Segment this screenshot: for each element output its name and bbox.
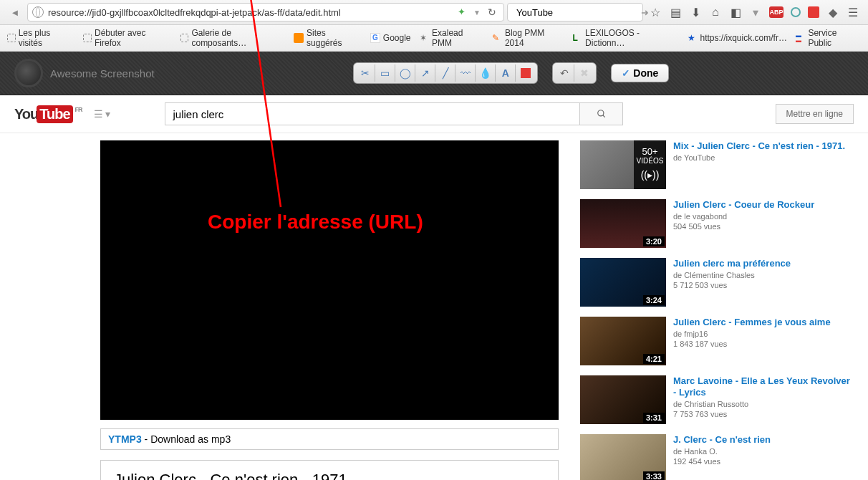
orange-icon xyxy=(294,33,304,43)
youtube-logo[interactable]: YouTubeFR xyxy=(14,105,82,123)
ytmp3-rest: - Download as mp3 xyxy=(142,433,231,445)
sidebar-icon[interactable]: ◧ xyxy=(729,6,742,19)
thumbnail: 4:21 xyxy=(580,317,666,365)
text-tool[interactable]: A xyxy=(496,64,516,82)
youtube-search-button[interactable] xyxy=(580,102,623,125)
reload-button[interactable]: ↻ xyxy=(485,6,499,18)
guide-menu-icon[interactable]: ☰ ▾ xyxy=(91,105,114,123)
sidebar: 50+VIDÉOS((▸))Mix - Julien Clerc - Ce n'… xyxy=(580,140,850,480)
upload-button[interactable]: Mettre en ligne xyxy=(776,104,854,124)
region-label: FR xyxy=(75,106,82,113)
bookmark-icon xyxy=(180,34,189,42)
bookmark-item[interactable]: Sites suggérés xyxy=(294,28,361,48)
as-tools: ✂ ▭ ◯ ↗ ╱ 〰 💧 A xyxy=(353,62,538,84)
video-info: Marc Lavoine - Elle a Les Yeux Revolver … xyxy=(673,375,850,424)
globe-icon xyxy=(32,6,44,18)
back-button[interactable]: ◄ xyxy=(6,4,24,21)
bookmark-label: Les plus visités xyxy=(19,28,75,48)
addon-icon: ✦ xyxy=(458,6,469,18)
bookmark-label: Blog PMM 2014 xyxy=(505,28,564,48)
url-text: resource://jid0-gxjllfbcoax0lcltedfrekqd… xyxy=(48,7,453,18)
annotation-text: Copier l'adresse (URL) xyxy=(208,211,423,234)
dropdown-icon[interactable]: ▼ xyxy=(473,9,481,16)
related-video[interactable]: 50+VIDÉOS((▸))Mix - Julien Clerc - Ce n'… xyxy=(580,140,850,189)
video-author: de YouTube xyxy=(673,153,845,162)
video-views: 5 712 503 vues xyxy=(673,281,791,289)
video-author: de Hanka O. xyxy=(673,447,771,456)
video-info: Julien Clerc - Femmes je vous aimede fmj… xyxy=(673,317,831,365)
star-icon: ★ xyxy=(688,33,698,43)
line-tool[interactable]: ╱ xyxy=(435,64,455,82)
related-video[interactable]: 3:31Marc Lavoine - Elle a Les Yeux Revol… xyxy=(580,375,850,424)
sp-icon: ▬▬ xyxy=(796,33,806,43)
ellipse-tool[interactable]: ◯ xyxy=(395,64,415,82)
crop-tool[interactable]: ✂ xyxy=(355,64,375,82)
related-video[interactable]: 3:33J. Clerc - Ce n'est riende Hanka O.1… xyxy=(580,434,850,480)
video-info: Mix - Julien Clerc - Ce n'est rien - 197… xyxy=(673,140,845,189)
screenshot-toolbar: Awesome Screenshot ✂ ▭ ◯ ↗ ╱ 〰 💧 A ↶ ✖ D… xyxy=(0,52,868,95)
bookmark-item[interactable]: Les plus visités xyxy=(7,28,74,48)
duration-badge: 3:31 xyxy=(643,413,665,423)
l-icon: L xyxy=(573,33,583,43)
ytmp3-brand: YTMP3 xyxy=(108,433,142,445)
thumbnail: 3:24 xyxy=(580,258,666,307)
related-video[interactable]: 3:24Julien clerc ma préférencede Clément… xyxy=(580,258,850,307)
bookmark-label: Exalead PMM xyxy=(432,28,483,48)
browser-search[interactable]: ➜ xyxy=(507,3,643,21)
video-views: 504 505 vues xyxy=(673,222,814,231)
camera-lens-icon xyxy=(14,59,43,87)
erase-button[interactable]: ✖ xyxy=(574,64,594,82)
lens-icon[interactable] xyxy=(791,7,801,17)
color-tool[interactable] xyxy=(516,64,536,82)
bookmark-list-icon[interactable]: ▤ xyxy=(669,6,682,19)
ytmp3-bar[interactable]: YTMP3 - Download as mp3 xyxy=(100,428,559,450)
bookmark-item[interactable]: Débuter avec Firefox xyxy=(83,28,171,48)
thumbnail: 3:31 xyxy=(580,375,666,424)
thumbnail: 3:20 xyxy=(580,199,666,248)
bookmark-item[interactable]: GGoogle xyxy=(370,33,411,43)
toolbar-icons: ☆ ▤ ⬇ ⌂ ◧ ▾ ABP ◆ ☰ xyxy=(646,6,862,19)
thumbnail: 3:33 xyxy=(580,434,666,480)
bookmark-item[interactable]: LLEXILOGOS - Dictionn… xyxy=(573,28,679,48)
main-column: Copier l'adresse (URL) YTMP3 - Download … xyxy=(100,140,559,480)
video-title: Mix - Julien Clerc - Ce n'est rien - 197… xyxy=(673,140,845,152)
free-tool[interactable]: 〰 xyxy=(455,64,476,82)
menu-icon[interactable]: ☰ xyxy=(847,6,859,19)
video-views: 7 753 763 vues xyxy=(673,410,850,418)
done-button[interactable]: Done xyxy=(611,64,669,82)
arrow-tool[interactable]: ↗ xyxy=(415,64,435,82)
search-input[interactable] xyxy=(516,7,637,18)
browser-toolbar: ◄ resource://jid0-gxjllfbcoax0lcltedfrek… xyxy=(0,0,868,25)
video-player[interactable]: Copier l'adresse (URL) xyxy=(100,140,559,420)
svg-point-0 xyxy=(598,110,604,116)
addon-a-icon[interactable]: ▾ xyxy=(749,6,762,19)
video-author: de fmjp16 xyxy=(673,330,831,338)
video-info: J. Clerc - Ce n'est riende Hanka O.192 4… xyxy=(673,434,771,480)
pencil-icon: ✎ xyxy=(492,33,502,43)
bookmark-item[interactable]: Galerie de composants… xyxy=(180,28,286,48)
youtube-header: YouTubeFR ☰ ▾ Mettre en ligne xyxy=(0,95,868,133)
home-icon[interactable]: ⌂ xyxy=(709,6,722,19)
download-icon[interactable]: ⬇ xyxy=(689,6,702,19)
undo-button[interactable]: ↶ xyxy=(554,64,574,82)
star-icon[interactable]: ☆ xyxy=(649,6,662,19)
video-author: de Clémentine Chasles xyxy=(673,271,791,279)
bookmark-item[interactable]: ★https://ixquick.com/fr… xyxy=(688,33,787,43)
bell-icon[interactable]: ◆ xyxy=(826,6,839,19)
bookmark-item[interactable]: ✎Blog PMM 2014 xyxy=(492,28,564,48)
youtube-search-input[interactable] xyxy=(165,102,580,125)
url-bar[interactable]: resource://jid0-gxjllfbcoax0lcltedfrekqd… xyxy=(27,3,504,21)
avira-icon[interactable] xyxy=(808,6,819,18)
related-video[interactable]: 4:21Julien Clerc - Femmes je vous aimede… xyxy=(580,317,850,365)
video-title: Julien Clerc - Ce n'est rien - 1971. xyxy=(100,460,559,480)
rect-tool[interactable]: ▭ xyxy=(375,64,395,82)
as-undo: ↶ ✖ xyxy=(552,62,597,84)
bookmark-item[interactable]: ▬▬Service Public xyxy=(796,28,861,48)
abp-icon[interactable]: ABP xyxy=(769,6,783,18)
related-video[interactable]: 3:20Julien Clerc - Coeur de Rockeurde le… xyxy=(580,199,850,248)
bookmark-item[interactable]: ✶Exalead PMM xyxy=(420,28,484,48)
bookmark-label: Galerie de composants… xyxy=(191,28,285,48)
blur-tool[interactable]: 💧 xyxy=(476,64,496,82)
bookmark-label: LEXILOGOS - Dictionn… xyxy=(585,28,678,48)
video-title: Julien clerc ma préférence xyxy=(673,258,791,269)
